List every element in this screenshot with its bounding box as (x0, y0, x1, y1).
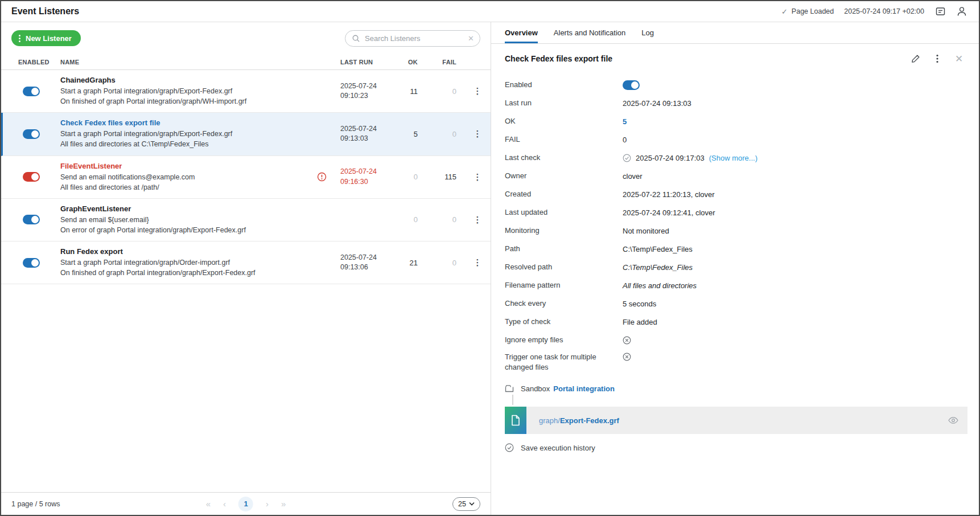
col-header-name: NAME (60, 59, 312, 65)
field-label: Created (505, 189, 623, 199)
listener-name[interactable]: GraphEventListener (60, 204, 312, 213)
field-label: Type of check (505, 317, 623, 327)
listener-name[interactable]: Check Fedex files export file (60, 118, 312, 127)
field-row-resolved-path: Resolved path C:\Temp\Fedex_Files (491, 258, 979, 276)
field-label: FAIL (505, 134, 623, 145)
enabled-toggle[interactable] (23, 172, 40, 182)
edit-button[interactable] (911, 54, 921, 64)
table-row-error[interactable]: FileEventListener Send an email notifica… (1, 156, 491, 199)
graph-file-name[interactable]: Export-Fedex.grf (560, 416, 619, 425)
enabled-toggle[interactable] (23, 215, 40, 224)
row-menu-button[interactable]: ⋮ (464, 172, 491, 182)
table-row[interactable]: GraphEventListener Send an email ${user.… (1, 199, 491, 241)
last-page-button[interactable]: » (281, 499, 286, 509)
listener-icon (19, 35, 20, 42)
graph-file-row[interactable]: graph/Export-Fedex.grf (505, 407, 967, 434)
table-row-selected[interactable]: Check Fedex files export file Start a gr… (1, 113, 491, 155)
pagination: « ‹ 1 › » (206, 497, 286, 511)
fail-count: 0 (429, 215, 464, 224)
connector-line (512, 395, 513, 405)
enabled-toggle[interactable] (23, 258, 40, 268)
field-label: OK (505, 116, 623, 126)
next-page-button[interactable]: › (266, 499, 269, 509)
cross-circle-icon (623, 336, 631, 345)
field-row-check-every: Check every 5 seconds (491, 294, 979, 313)
file-icon (511, 415, 520, 426)
close-detail-button[interactable]: ✕ (954, 54, 964, 64)
first-page-button[interactable]: « (206, 499, 211, 509)
warning-icon (317, 172, 327, 182)
detail-enabled-toggle[interactable] (623, 80, 640, 90)
check-circle-icon (505, 443, 514, 452)
enabled-toggle[interactable] (23, 129, 40, 139)
last-run-cell: 2025-07-24 09:13:06 (331, 253, 395, 273)
page-size-select[interactable]: 25 (452, 497, 480, 511)
listener-name[interactable]: ChainedGraphs (60, 76, 312, 84)
field-label: Check every (505, 298, 623, 309)
field-value: C:\Temp\Fedex_Files (623, 245, 693, 253)
listener-action: Start a graph Portal integration/graph/E… (60, 86, 312, 96)
user-account-icon[interactable] (956, 6, 967, 17)
field-label: Owner (505, 171, 623, 181)
row-menu-button[interactable]: ⋮ (464, 129, 491, 139)
field-row-enabled: Enabled (491, 76, 979, 94)
field-label: Last check (505, 153, 623, 163)
ok-count-value[interactable]: 5 (623, 117, 627, 126)
tab-alerts-and-notification[interactable]: Alerts and Notification (554, 22, 625, 43)
graph-file-badge (505, 407, 526, 434)
field-value: 2025-07-24 09:12:41, clover (623, 208, 715, 217)
field-row-monitoring: Monitoring Not monitored (491, 222, 979, 240)
field-row-trigger-one-task: Trigger one task for multiple changed fi… (491, 349, 979, 374)
new-listener-button[interactable]: New Listener (11, 30, 81, 46)
tab-overview[interactable]: Overview (505, 22, 538, 43)
tab-log[interactable]: Log (641, 22, 654, 43)
save-history-row: Save execution history (491, 443, 979, 452)
field-value: 2025-07-22 11:20:13, clover (623, 190, 715, 199)
search-input[interactable] (365, 34, 463, 43)
field-row-created: Created 2025-07-22 11:20:13, clover (491, 185, 979, 203)
kebab-icon (936, 54, 938, 63)
sandbox-link[interactable]: Portal integration (553, 384, 615, 393)
table-row[interactable]: Run Fedex export Start a graph Portal in… (1, 241, 491, 284)
preview-file-button[interactable] (948, 417, 967, 424)
show-more-link[interactable]: (Show more...) (709, 154, 757, 162)
listener-trigger: On finished of graph Portal integration/… (60, 268, 312, 278)
listener-name[interactable]: FileEventListener (60, 162, 312, 170)
ok-count: 21 (395, 259, 429, 267)
close-icon: ✕ (955, 53, 963, 65)
field-label: Last updated (505, 207, 623, 218)
search-box[interactable]: ✕ (345, 30, 480, 47)
eye-icon (948, 417, 958, 424)
fail-count: 0 (429, 259, 464, 267)
field-value: All files and directories (623, 281, 697, 290)
list-footer: 1 page / 5 rows « ‹ 1 › » 25 (1, 492, 491, 515)
feedback-icon[interactable] (934, 6, 946, 17)
check-circle-icon (623, 154, 631, 162)
row-menu-button[interactable]: ⋮ (464, 257, 491, 268)
graph-file-path[interactable]: graph/Export-Fedex.grf (526, 416, 948, 425)
current-page-button[interactable]: 1 (238, 497, 253, 511)
field-row-last-updated: Last updated 2025-07-24 09:12:41, clover (491, 203, 979, 222)
prev-page-button[interactable]: ‹ (223, 499, 226, 509)
field-row-type-of-check: Type of check File added (491, 313, 979, 331)
field-value: 2025-07-24 09:13:03 (623, 99, 691, 108)
detail-tabs: Overview Alerts and Notification Log (491, 22, 979, 44)
field-label: Last run (505, 98, 623, 108)
sandbox-row: Sandbox Portal integration (491, 384, 979, 393)
field-label: Ignore empty files (505, 335, 623, 345)
enabled-toggle[interactable] (23, 87, 40, 96)
detail-menu-button[interactable] (932, 54, 942, 64)
detail-header: Check Fedex files export file ✕ (491, 44, 979, 73)
top-bar: Event Listeners ✓ Page Loaded 2025-07-24… (1, 1, 979, 22)
row-menu-button[interactable]: ⋮ (464, 86, 491, 96)
listener-name[interactable]: Run Fedex export (60, 247, 312, 256)
row-menu-button[interactable]: ⋮ (464, 215, 491, 225)
ok-count: 0 (395, 173, 429, 181)
field-value: clover (623, 172, 643, 181)
sandbox-label: Sandbox (521, 384, 550, 393)
last-run-cell: 2025-07-24 09:10:23 (331, 81, 395, 101)
col-header-ok: OK (395, 59, 429, 65)
clear-search-icon[interactable]: ✕ (468, 35, 474, 42)
table-row[interactable]: ChainedGraphs Start a graph Portal integ… (1, 70, 491, 113)
page-status-label: Page Loaded (792, 7, 834, 15)
